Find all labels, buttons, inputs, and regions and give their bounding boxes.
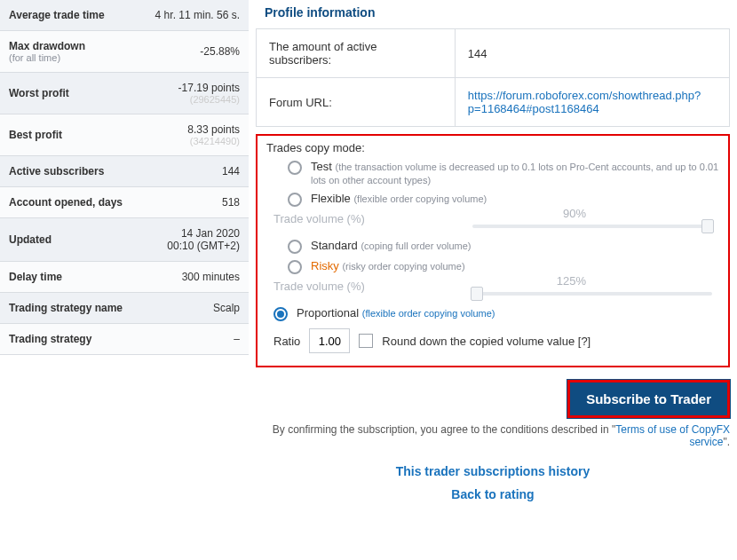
slider1[interactable]: [472, 225, 712, 228]
stat-value: 4 hr. 11 min. 56 s.: [155, 9, 240, 21]
stat-value: 300 minutes: [182, 271, 240, 283]
stat-best-profit: Best profit 8.33 points (34214490): [0, 114, 249, 156]
stats-panel: Average trade time 4 hr. 11 min. 56 s. M…: [0, 0, 249, 510]
profile-forum-link[interactable]: https://forum.roboforex.com/showthread.p…: [468, 89, 701, 115]
stat-updated: Updated 14 Jan 2020 00:10 (GMT+2): [0, 218, 249, 262]
stat-value: -17.19 points (29625445): [178, 82, 240, 105]
option-risky[interactable]: Risky (risky order copying volume): [288, 259, 719, 274]
stat-value: Scalp: [213, 302, 240, 314]
stat-label: Best profit: [9, 129, 62, 141]
ratio-input[interactable]: [309, 328, 350, 353]
stat-value: 518: [222, 196, 240, 209]
stat-label: Account opened, days: [9, 196, 123, 209]
stat-value: –: [234, 333, 240, 345]
profile-subs-label: The amount of active subscribers:: [257, 29, 456, 78]
radio-icon[interactable]: [288, 193, 302, 207]
stat-value: 144: [222, 165, 240, 177]
option-proportional[interactable]: Proportional (flexible order copying vol…: [273, 306, 719, 321]
stat-strategy-name: Trading strategy name Scalp: [0, 293, 249, 324]
profile-forum-label: Forum URL:: [257, 78, 456, 127]
radio-icon[interactable]: [288, 260, 302, 274]
option-flexible[interactable]: Flexible (flexible order copying volume): [288, 192, 719, 207]
slider1-value: 90%: [563, 207, 586, 220]
slider2-value: 125%: [557, 274, 586, 288]
trade-volume-heading-2: Trade volume (%): [273, 280, 365, 293]
profile-table: The amount of active subscribers: 144 Fo…: [256, 28, 730, 127]
stat-label: Worst profit: [9, 87, 69, 99]
stat-avg-trade-time: Average trade time 4 hr. 11 min. 56 s.: [0, 0, 249, 31]
slider-thumb[interactable]: [701, 219, 714, 233]
round-down-checkbox[interactable]: [359, 334, 373, 348]
round-down-label: Round down the copied volume value [?]: [382, 335, 590, 348]
history-link[interactable]: This trader subscriptions history: [396, 464, 590, 478]
copy-mode-heading: Trades copy mode:: [266, 141, 719, 154]
radio-icon[interactable]: [273, 307, 288, 321]
stat-delay-time: Delay time 300 minutes: [0, 262, 249, 293]
trade-volume-heading-1: Trade volume (%): [273, 212, 365, 225]
stat-label: Max drawdown (for all time): [9, 40, 85, 63]
stat-account-days: Account opened, days 518: [0, 187, 249, 218]
ratio-label: Ratio: [273, 335, 300, 348]
stat-label: Delay time: [9, 271, 62, 283]
option-standard[interactable]: Standard (coping full order volume): [288, 239, 719, 254]
radio-icon[interactable]: [288, 161, 302, 175]
stat-active-subscribers: Active subscribers 144: [0, 156, 249, 187]
radio-icon[interactable]: [288, 240, 302, 254]
stat-label: Active subscribers: [9, 165, 104, 177]
copy-mode-panel: Trades copy mode: Test (the transaction …: [256, 134, 730, 367]
agree-text: By confirming the subscription, you agre…: [256, 423, 730, 448]
stat-label: Trading strategy: [9, 333, 91, 345]
slider2[interactable]: [472, 292, 712, 296]
profile-subs-value: 144: [455, 29, 729, 78]
stat-label: Updated: [9, 233, 52, 246]
back-link[interactable]: Back to rating: [451, 487, 534, 501]
stat-value: 8.33 points (34214490): [187, 123, 240, 146]
stat-label: Average trade time: [9, 9, 105, 21]
stat-value: -25.88%: [200, 45, 240, 58]
stat-max-drawdown: Max drawdown (for all time) -25.88%: [0, 31, 249, 73]
stat-value: 14 Jan 2020 00:10 (GMT+2): [167, 227, 240, 252]
option-test[interactable]: Test (the transaction volume is decrease…: [288, 160, 719, 186]
subscribe-button[interactable]: Subscribe to Trader: [567, 380, 730, 418]
stat-label: Trading strategy name: [9, 302, 123, 314]
slider-thumb[interactable]: [471, 287, 483, 301]
stat-worst-profit: Worst profit -17.19 points (29625445): [0, 73, 249, 114]
stat-strategy: Trading strategy –: [0, 324, 249, 355]
terms-link[interactable]: Terms of use of CopyFX service: [615, 423, 730, 448]
profile-heading: Profile information: [256, 0, 730, 28]
